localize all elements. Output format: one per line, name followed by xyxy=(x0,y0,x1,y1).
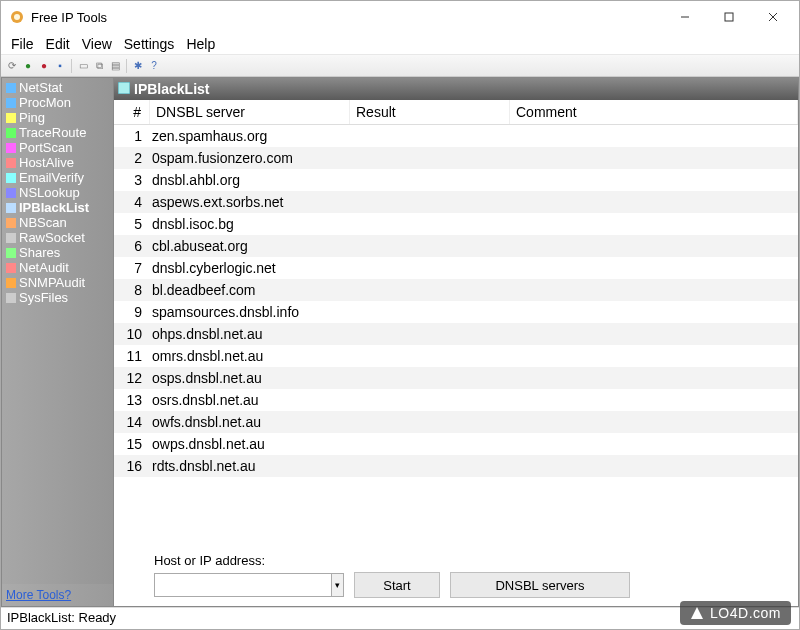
host-input[interactable] xyxy=(155,574,331,596)
toolbar-clear-icon[interactable]: ▭ xyxy=(76,59,90,73)
row-num: 12 xyxy=(114,367,150,389)
table-row[interactable]: 11omrs.dnsbl.net.au xyxy=(114,345,798,367)
app-window: Free IP Tools File Edit View Settings He… xyxy=(0,0,800,630)
sidebar-item-label: ProcMon xyxy=(19,95,71,110)
row-num: 10 xyxy=(114,323,150,345)
sidebar-item-netaudit[interactable]: NetAudit xyxy=(4,260,111,275)
menu-view[interactable]: View xyxy=(76,34,118,54)
table-row[interactable]: 4aspews.ext.sorbs.net xyxy=(114,191,798,213)
body: NetStatProcMonPingTraceRoutePortScanHost… xyxy=(1,77,799,607)
row-num: 15 xyxy=(114,433,150,455)
more-tools-link[interactable]: More Tools? xyxy=(2,584,113,606)
row-server: osrs.dnsbl.net.au xyxy=(150,389,798,411)
sidebar-item-label: IPBlackList xyxy=(19,200,89,215)
table-row[interactable]: 9spamsources.dnsbl.info xyxy=(114,301,798,323)
sidebar-item-ping[interactable]: Ping xyxy=(4,110,111,125)
table-header: # DNSBL server Result Comment xyxy=(114,100,798,125)
toolbar-help-icon[interactable]: ? xyxy=(147,59,161,73)
tool-icon xyxy=(6,158,16,168)
tool-icon xyxy=(6,233,16,243)
menu-edit[interactable]: Edit xyxy=(40,34,76,54)
toolbar-stop-icon[interactable]: ● xyxy=(37,59,51,73)
tool-icon xyxy=(6,278,16,288)
table-row[interactable]: 8bl.deadbeef.com xyxy=(114,279,798,301)
menu-settings[interactable]: Settings xyxy=(118,34,181,54)
sidebar-item-shares[interactable]: Shares xyxy=(4,245,111,260)
row-server: bl.deadbeef.com xyxy=(150,279,798,301)
table-row[interactable]: 12osps.dnsbl.net.au xyxy=(114,367,798,389)
row-num: 2 xyxy=(114,147,150,169)
table-row[interactable]: 7dnsbl.cyberlogic.net xyxy=(114,257,798,279)
dnsbl-servers-button[interactable]: DNSBL servers xyxy=(450,572,630,598)
col-num[interactable]: # xyxy=(114,100,150,124)
sidebar-item-procmon[interactable]: ProcMon xyxy=(4,95,111,110)
sidebar-items: NetStatProcMonPingTraceRoutePortScanHost… xyxy=(2,78,113,584)
toolbar-print-icon[interactable]: ▤ xyxy=(108,59,122,73)
table-row[interactable]: 20spam.fusionzero.com xyxy=(114,147,798,169)
table-row[interactable]: 15owps.dnsbl.net.au xyxy=(114,433,798,455)
table-row[interactable]: 10ohps.dnsbl.net.au xyxy=(114,323,798,345)
row-server: owps.dnsbl.net.au xyxy=(150,433,798,455)
sidebar-item-label: SysFiles xyxy=(19,290,68,305)
sidebar-item-netstat[interactable]: NetStat xyxy=(4,80,111,95)
row-num: 9 xyxy=(114,301,150,323)
sidebar-item-rawsocket[interactable]: RawSocket xyxy=(4,230,111,245)
sidebar-item-ipblacklist[interactable]: IPBlackList xyxy=(4,200,111,215)
table-row[interactable]: 6cbl.abuseat.org xyxy=(114,235,798,257)
sidebar-item-hostalive[interactable]: HostAlive xyxy=(4,155,111,170)
table-row[interactable]: 3dnsbl.ahbl.org xyxy=(114,169,798,191)
sidebar-item-label: RawSocket xyxy=(19,230,85,245)
sidebar-item-label: Shares xyxy=(19,245,60,260)
menu-file[interactable]: File xyxy=(5,34,40,54)
tool-icon xyxy=(6,248,16,258)
sidebar-item-snmpaudit[interactable]: SNMPAudit xyxy=(4,275,111,290)
sidebar-item-label: NetAudit xyxy=(19,260,69,275)
col-comment[interactable]: Comment xyxy=(510,100,798,124)
row-server: 0spam.fusionzero.com xyxy=(150,147,798,169)
maximize-button[interactable] xyxy=(707,3,751,31)
host-combo[interactable]: ▾ xyxy=(154,573,344,597)
toolbar-save-icon[interactable]: ▪ xyxy=(53,59,67,73)
sidebar: NetStatProcMonPingTraceRoutePortScanHost… xyxy=(1,77,114,607)
close-button[interactable] xyxy=(751,3,795,31)
table-row[interactable]: 1zen.spamhaus.org xyxy=(114,125,798,147)
row-server: rdts.dnsbl.net.au xyxy=(150,455,798,477)
toolbar-settings-icon[interactable]: ✱ xyxy=(131,59,145,73)
sidebar-item-nbscan[interactable]: NBScan xyxy=(4,215,111,230)
col-result[interactable]: Result xyxy=(350,100,510,124)
start-button[interactable]: Start xyxy=(354,572,440,598)
svg-marker-7 xyxy=(691,607,703,619)
toolbar-refresh-icon[interactable]: ⟳ xyxy=(5,59,19,73)
row-num: 1 xyxy=(114,125,150,147)
panel-title: IPBlackList xyxy=(134,81,209,97)
main-panel: IPBlackList # DNSBL server Result Commen… xyxy=(114,77,799,607)
sidebar-item-label: Ping xyxy=(19,110,45,125)
table-row[interactable]: 13osrs.dnsbl.net.au xyxy=(114,389,798,411)
table-row[interactable]: 16rdts.dnsbl.net.au xyxy=(114,455,798,477)
watermark: LO4D.com xyxy=(680,601,791,625)
sidebar-item-label: PortScan xyxy=(19,140,72,155)
sidebar-item-sysfiles[interactable]: SysFiles xyxy=(4,290,111,305)
menubar: File Edit View Settings Help xyxy=(1,33,799,55)
watermark-text: LO4D.com xyxy=(710,605,781,621)
tool-icon xyxy=(6,263,16,273)
table-rows[interactable]: 1zen.spamhaus.org20spam.fusionzero.com3d… xyxy=(114,125,798,543)
table-row[interactable]: 5dnsbl.isoc.bg xyxy=(114,213,798,235)
sidebar-item-portscan[interactable]: PortScan xyxy=(4,140,111,155)
sidebar-item-emailverify[interactable]: EmailVerify xyxy=(4,170,111,185)
svg-point-1 xyxy=(14,14,20,20)
table-row[interactable]: 14owfs.dnsbl.net.au xyxy=(114,411,798,433)
sidebar-item-nslookup[interactable]: NSLookup xyxy=(4,185,111,200)
minimize-button[interactable] xyxy=(663,3,707,31)
form-area: Host or IP address: ▾ Start DNSBL server… xyxy=(114,543,798,606)
toolbar-copy-icon[interactable]: ⧉ xyxy=(92,59,106,73)
row-server: zen.spamhaus.org xyxy=(150,125,798,147)
chevron-down-icon[interactable]: ▾ xyxy=(331,574,343,596)
toolbar-go-icon[interactable]: ● xyxy=(21,59,35,73)
sidebar-item-traceroute[interactable]: TraceRoute xyxy=(4,125,111,140)
col-server[interactable]: DNSBL server xyxy=(150,100,350,124)
row-server: dnsbl.isoc.bg xyxy=(150,213,798,235)
toolbar-sep2 xyxy=(126,59,127,73)
menu-help[interactable]: Help xyxy=(180,34,221,54)
tool-icon xyxy=(6,98,16,108)
